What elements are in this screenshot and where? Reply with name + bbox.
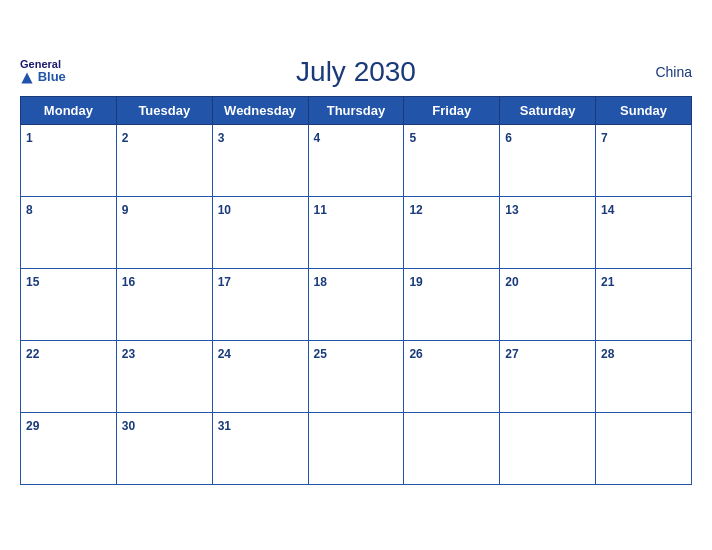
header-friday: Friday bbox=[404, 96, 500, 124]
day-number-5: 5 bbox=[409, 131, 416, 145]
calendar-cell-2-6: 21 bbox=[596, 268, 692, 340]
day-number-14: 14 bbox=[601, 203, 614, 217]
calendar-cell-3-2: 24 bbox=[212, 340, 308, 412]
calendar-cell-1-2: 10 bbox=[212, 196, 308, 268]
calendar-cell-0-2: 3 bbox=[212, 124, 308, 196]
calendar-cell-4-1: 30 bbox=[116, 412, 212, 484]
day-number-30: 30 bbox=[122, 419, 135, 433]
header-tuesday: Tuesday bbox=[116, 96, 212, 124]
calendar-cell-4-3 bbox=[308, 412, 404, 484]
calendar-cell-0-1: 2 bbox=[116, 124, 212, 196]
day-number-16: 16 bbox=[122, 275, 135, 289]
header-thursday: Thursday bbox=[308, 96, 404, 124]
day-number-24: 24 bbox=[218, 347, 231, 361]
calendar-cell-4-6 bbox=[596, 412, 692, 484]
country-label: China bbox=[655, 64, 692, 80]
calendar-cell-1-1: 9 bbox=[116, 196, 212, 268]
calendar-cell-1-4: 12 bbox=[404, 196, 500, 268]
day-number-29: 29 bbox=[26, 419, 39, 433]
day-number-6: 6 bbox=[505, 131, 512, 145]
day-number-10: 10 bbox=[218, 203, 231, 217]
day-number-7: 7 bbox=[601, 131, 608, 145]
header-saturday: Saturday bbox=[500, 96, 596, 124]
day-number-1: 1 bbox=[26, 131, 33, 145]
day-number-9: 9 bbox=[122, 203, 129, 217]
header-monday: Monday bbox=[21, 96, 117, 124]
day-number-27: 27 bbox=[505, 347, 518, 361]
day-number-12: 12 bbox=[409, 203, 422, 217]
header-sunday: Sunday bbox=[596, 96, 692, 124]
day-number-22: 22 bbox=[26, 347, 39, 361]
calendar-body: 1234567891011121314151617181920212223242… bbox=[21, 124, 692, 484]
calendar-header: General Blue July 2030 China bbox=[20, 56, 692, 88]
day-number-4: 4 bbox=[314, 131, 321, 145]
calendar-cell-0-3: 4 bbox=[308, 124, 404, 196]
calendar-table: Monday Tuesday Wednesday Thursday Friday… bbox=[20, 96, 692, 485]
week-row-1: 1234567 bbox=[21, 124, 692, 196]
calendar-cell-3-1: 23 bbox=[116, 340, 212, 412]
calendar-cell-3-3: 25 bbox=[308, 340, 404, 412]
day-number-31: 31 bbox=[218, 419, 231, 433]
day-number-2: 2 bbox=[122, 131, 129, 145]
day-number-28: 28 bbox=[601, 347, 614, 361]
calendar-cell-1-3: 11 bbox=[308, 196, 404, 268]
day-number-3: 3 bbox=[218, 131, 225, 145]
day-number-13: 13 bbox=[505, 203, 518, 217]
week-row-2: 891011121314 bbox=[21, 196, 692, 268]
calendar-cell-3-4: 26 bbox=[404, 340, 500, 412]
calendar-cell-3-0: 22 bbox=[21, 340, 117, 412]
day-number-20: 20 bbox=[505, 275, 518, 289]
day-number-21: 21 bbox=[601, 275, 614, 289]
day-number-11: 11 bbox=[314, 203, 327, 217]
day-number-17: 17 bbox=[218, 275, 231, 289]
day-number-18: 18 bbox=[314, 275, 327, 289]
calendar-cell-2-0: 15 bbox=[21, 268, 117, 340]
weekday-header-row: Monday Tuesday Wednesday Thursday Friday… bbox=[21, 96, 692, 124]
logo-icon bbox=[20, 71, 34, 85]
calendar-cell-1-0: 8 bbox=[21, 196, 117, 268]
calendar-cell-2-2: 17 bbox=[212, 268, 308, 340]
calendar-cell-4-5 bbox=[500, 412, 596, 484]
calendar-title: July 2030 bbox=[296, 56, 416, 88]
calendar-cell-4-0: 29 bbox=[21, 412, 117, 484]
calendar-cell-1-5: 13 bbox=[500, 196, 596, 268]
svg-marker-0 bbox=[21, 72, 32, 83]
calendar-cell-2-1: 16 bbox=[116, 268, 212, 340]
calendar-cell-1-6: 14 bbox=[596, 196, 692, 268]
calendar-cell-4-2: 31 bbox=[212, 412, 308, 484]
day-number-19: 19 bbox=[409, 275, 422, 289]
day-number-15: 15 bbox=[26, 275, 39, 289]
logo-area: General Blue bbox=[20, 58, 66, 85]
week-row-3: 15161718192021 bbox=[21, 268, 692, 340]
calendar-cell-0-5: 6 bbox=[500, 124, 596, 196]
calendar-cell-4-4 bbox=[404, 412, 500, 484]
logo-blue: Blue bbox=[20, 70, 66, 85]
day-number-26: 26 bbox=[409, 347, 422, 361]
day-number-8: 8 bbox=[26, 203, 33, 217]
day-number-25: 25 bbox=[314, 347, 327, 361]
calendar-cell-0-4: 5 bbox=[404, 124, 500, 196]
header-wednesday: Wednesday bbox=[212, 96, 308, 124]
calendar-cell-0-6: 7 bbox=[596, 124, 692, 196]
calendar-container: General Blue July 2030 China Monday Tues… bbox=[0, 46, 712, 505]
week-row-4: 22232425262728 bbox=[21, 340, 692, 412]
day-number-23: 23 bbox=[122, 347, 135, 361]
calendar-cell-0-0: 1 bbox=[21, 124, 117, 196]
calendar-cell-2-3: 18 bbox=[308, 268, 404, 340]
calendar-cell-2-5: 20 bbox=[500, 268, 596, 340]
calendar-cell-2-4: 19 bbox=[404, 268, 500, 340]
calendar-cell-3-5: 27 bbox=[500, 340, 596, 412]
calendar-cell-3-6: 28 bbox=[596, 340, 692, 412]
week-row-5: 293031 bbox=[21, 412, 692, 484]
